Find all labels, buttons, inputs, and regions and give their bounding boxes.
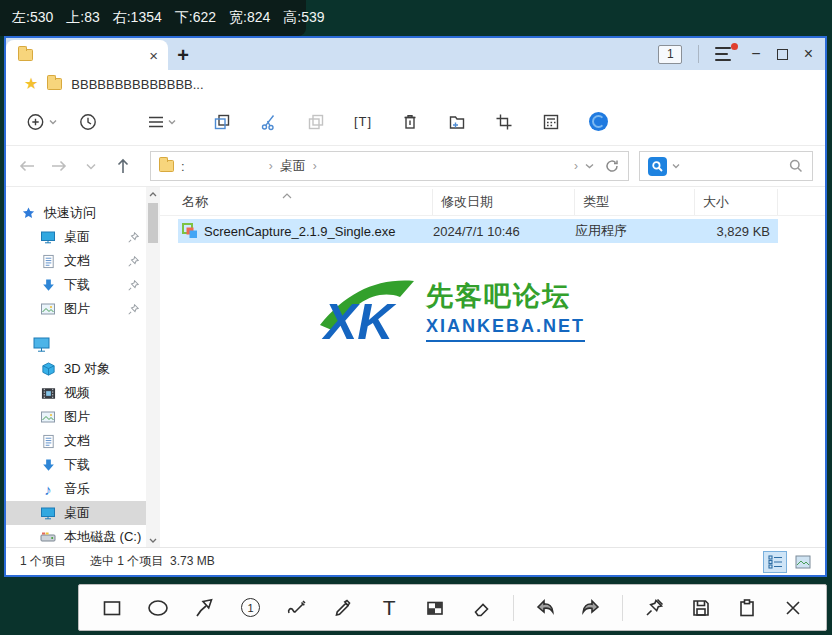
clipboard-copy-button[interactable] (732, 593, 762, 623)
sidebar-label: 本地磁盘 (C:) (64, 528, 141, 546)
column-header-size[interactable]: 大小 (695, 189, 778, 215)
sidebar-item-desktop-pinned[interactable]: 桌面 (6, 225, 146, 249)
menu-icon[interactable] (715, 47, 735, 61)
ellipse-tool-button[interactable] (143, 593, 173, 623)
sidebar-label: 图片 (64, 408, 90, 426)
scrollbar-thumb[interactable] (148, 203, 158, 243)
sidebar-label: 桌面 (64, 228, 90, 246)
column-header-date[interactable]: 修改日期 (433, 189, 575, 215)
save-button[interactable] (686, 593, 716, 623)
column-header-type[interactable]: 类型 (575, 189, 695, 215)
sidebar-item-3d-objects[interactable]: 3D 对象 (6, 357, 146, 381)
scroll-up-icon[interactable] (146, 187, 160, 201)
refresh-icon[interactable] (604, 158, 620, 174)
thumbnail-view-button[interactable] (791, 551, 815, 573)
sidebar-scrollbar[interactable] (146, 187, 160, 547)
rename-button[interactable]: [T] (346, 105, 380, 139)
film-icon (40, 385, 56, 401)
breadcrumb-desktop[interactable]: 桌面 (280, 157, 306, 175)
address-dropdown-icon[interactable] (585, 163, 594, 169)
sidebar-label: 快速访问 (44, 204, 96, 222)
tab-close-icon[interactable]: × (149, 48, 158, 63)
close-window-button[interactable]: × (804, 46, 813, 62)
tab-active[interactable]: × (6, 40, 168, 70)
minimize-button[interactable]: − (751, 46, 760, 62)
pen-tool-button[interactable] (282, 593, 312, 623)
sidebar-item-downloads-pinned[interactable]: 下载 (6, 273, 146, 297)
back-button[interactable] (14, 153, 40, 179)
screen: 左:530 上:83 右:1354 下:622 宽:824 高:539 × + … (0, 0, 832, 635)
info-top: 上:83 (66, 9, 99, 27)
music-note-icon: ♪ (40, 481, 56, 497)
sidebar-item-downloads[interactable]: 下载 (6, 453, 146, 477)
search-box[interactable] (639, 151, 813, 181)
redo-button[interactable] (576, 593, 606, 623)
watermark-logo-icon: XK (318, 273, 418, 347)
bookmark-bar: ★ BBBBBBBBBBBBBB... (6, 70, 825, 98)
sidebar-item-local-disk-c[interactable]: 本地磁盘 (C:) (6, 525, 146, 547)
search-dropdown-icon[interactable] (672, 163, 680, 169)
this-pc-icon (32, 335, 51, 354)
pin-icon (128, 303, 139, 318)
tab-count-badge[interactable]: 1 (658, 45, 682, 64)
sidebar-item-music[interactable]: ♪ 音乐 (6, 477, 146, 501)
crumb-separator: › (574, 159, 578, 173)
picture-icon (40, 409, 56, 425)
details-view-button[interactable] (763, 551, 787, 573)
sidebar-item-this-pc[interactable] (6, 331, 146, 357)
maximize-button[interactable] (777, 49, 788, 60)
arrow-tool-button[interactable] (189, 593, 219, 623)
recent-button[interactable] (71, 105, 105, 139)
sidebar-item-desktop-selected[interactable]: 桌面 (6, 501, 146, 525)
sidebar-item-videos[interactable]: 视频 (6, 381, 146, 405)
file-row-selected[interactable]: ScreenCapture_2.1.9_Single.exe 2024/7/1 … (178, 219, 778, 243)
disk-icon (40, 529, 56, 545)
new-tab-button[interactable]: + (168, 40, 198, 70)
paste-button[interactable] (299, 105, 333, 139)
up-button[interactable] (110, 153, 136, 179)
crumb-separator: › (313, 159, 317, 173)
sidebar-item-pictures-pinned[interactable]: 图片 (6, 297, 146, 321)
scroll-down-icon[interactable] (146, 533, 160, 547)
eraser-tool-button[interactable] (467, 593, 497, 623)
select-region-button[interactable] (487, 105, 521, 139)
view-menu-button[interactable] (144, 105, 178, 139)
highlighter-tool-button[interactable] (328, 593, 358, 623)
rectangle-tool-button[interactable] (97, 593, 127, 623)
text-tool-button[interactable]: T (374, 593, 404, 623)
undo-button[interactable] (530, 593, 560, 623)
number-marker-tool-button[interactable]: 1 (236, 593, 266, 623)
sidebar-label: 文档 (64, 432, 90, 450)
bookmark-star-icon[interactable]: ★ (24, 76, 38, 92)
details-pane-button[interactable] (534, 105, 568, 139)
cut-button[interactable] (252, 105, 286, 139)
bookmark-folder-icon[interactable] (47, 78, 62, 90)
document-icon (40, 253, 56, 269)
sidebar-item-pictures[interactable]: 图片 (6, 405, 146, 429)
new-item-button[interactable] (24, 105, 58, 139)
new-folder-button[interactable] (440, 105, 474, 139)
forward-button[interactable] (46, 153, 72, 179)
column-header-name[interactable]: 名称 (160, 189, 433, 215)
search-engine-icon[interactable] (648, 157, 667, 176)
bookmark-label[interactable]: BBBBBBBBBBBBBB... (71, 77, 203, 92)
sidebar-item-documents[interactable]: 文档 (6, 429, 146, 453)
file-list-area: 名称 修改日期 类型 大小 ScreenCapture_2.1.9_Single… (160, 187, 825, 547)
navigation-sidebar: 快速访问 桌面 文档 (6, 187, 146, 547)
delete-button[interactable] (393, 105, 427, 139)
info-height: 高:539 (283, 9, 324, 27)
sidebar-label: 下载 (64, 456, 90, 474)
divider (513, 595, 514, 621)
sort-ascending-icon (282, 187, 292, 202)
info-width: 宽:824 (229, 9, 270, 27)
capture-toolbar: 1 T (78, 584, 827, 631)
sidebar-item-documents-pinned[interactable]: 文档 (6, 249, 146, 273)
sidebar-item-quick-access[interactable]: 快速访问 (6, 201, 146, 225)
close-capture-button[interactable] (778, 593, 808, 623)
mosaic-tool-button[interactable] (420, 593, 450, 623)
address-bar[interactable]: : › 桌面 › › (150, 151, 629, 181)
app-logo-icon[interactable] (581, 105, 615, 139)
pin-button[interactable] (639, 593, 669, 623)
copy-button[interactable] (205, 105, 239, 139)
history-chevron-icon[interactable] (78, 153, 104, 179)
